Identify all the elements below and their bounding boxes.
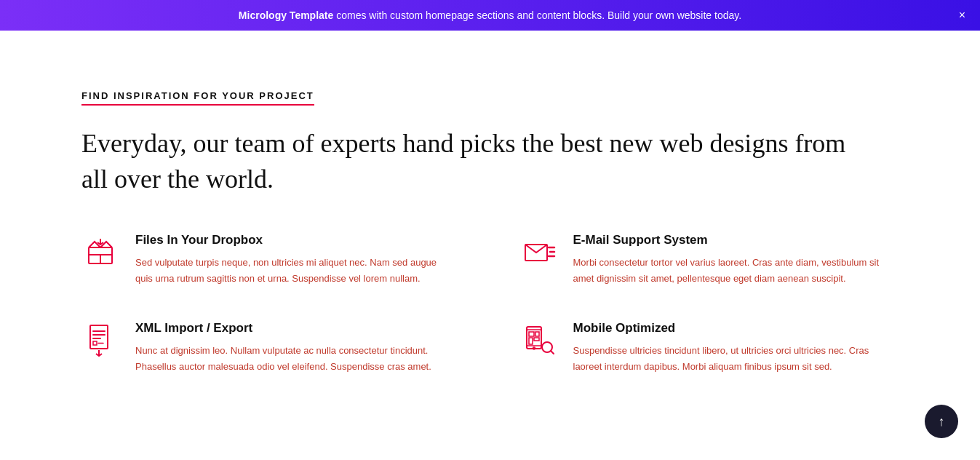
feature-text-xml: XML Import / Export Nunc at dignissim le… [135,321,448,374]
feature-title-dropbox: Files In Your Dropbox [135,233,448,247]
xml-icon [81,321,119,359]
features-grid: Files In Your Dropbox Sed vulputate turp… [81,233,899,409]
feature-title-mobile: Mobile Optimized [573,321,886,336]
main-content: FIND INSPIRATION FOR YOUR PROJECT Everyd… [0,31,980,438]
svg-line-18 [551,351,554,354]
feature-desc-dropbox: Sed vulputate turpis neque, non ultricie… [135,255,448,286]
banner-close-button[interactable]: × [959,9,965,21]
section-headline: Everyday, our team of experts hand picks… [81,126,853,197]
feature-text-dropbox: Files In Your Dropbox Sed vulputate turp… [135,233,448,286]
section-label: FIND INSPIRATION FOR YOUR PROJECT [81,90,314,106]
feature-item-mobile: Mobile Optimized Suspendisse ultricies t… [519,321,899,374]
feature-desc-email: Morbi consectetur tortor vel varius laor… [573,255,886,286]
mobile-icon [519,321,557,359]
svg-rect-20 [535,332,539,336]
banner-brand: Micrology Template [239,9,333,21]
email-icon [519,233,557,271]
feature-title-email: E-Mail Support System [573,233,886,247]
feature-text-email: E-Mail Support System Morbi consectetur … [573,233,886,286]
svg-rect-22 [534,338,539,341]
feature-item-dropbox: Files In Your Dropbox Sed vulputate turp… [81,233,461,286]
feature-title-xml: XML Import / Export [135,321,448,336]
svg-rect-11 [93,341,97,345]
svg-rect-19 [529,332,534,336]
feature-item-xml: XML Import / Export Nunc at dignissim le… [81,321,461,374]
top-banner: Micrology Template comes with custom hom… [0,0,980,31]
feature-desc-mobile: Suspendisse ultricies tincidunt libero, … [573,343,886,374]
svg-rect-21 [529,338,533,344]
feature-text-mobile: Mobile Optimized Suspendisse ultricies t… [573,321,886,374]
banner-rest: comes with custom homepage sections and … [333,9,741,21]
dropbox-icon [81,233,119,271]
feature-item-email: E-Mail Support System Morbi consectetur … [519,233,899,286]
scroll-to-top-button[interactable]: ↑ [925,405,958,438]
feature-desc-xml: Nunc at dignissim leo. Nullam vulputate … [135,343,448,374]
banner-text: Micrology Template comes with custom hom… [239,9,741,21]
